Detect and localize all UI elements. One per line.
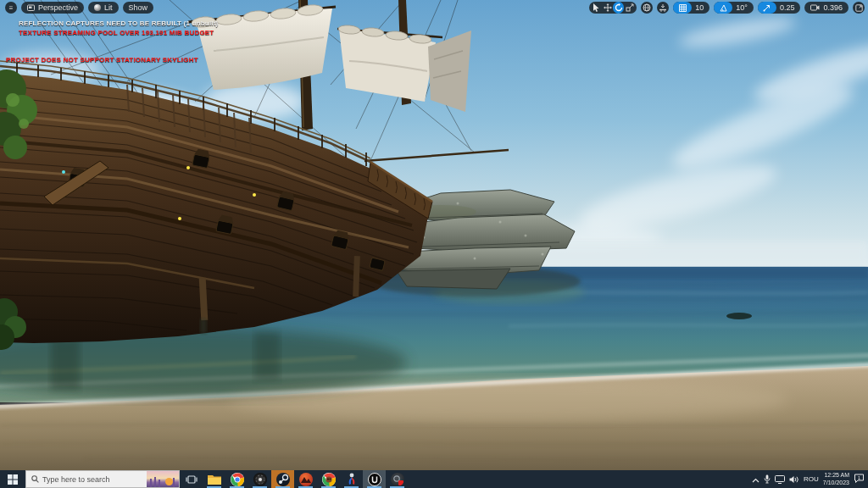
angle-snap-value: 10° (736, 2, 748, 14)
scale-snap-icon (758, 2, 776, 14)
microphone-tray-button[interactable] (764, 472, 771, 487)
scale-snap-control[interactable]: 0.25 (758, 2, 801, 14)
task-view-button[interactable] (180, 470, 203, 488)
speaker-icon (789, 475, 799, 484)
perspective-dropdown[interactable]: Perspective (21, 2, 84, 14)
search-daily-image[interactable] (147, 471, 179, 487)
svg-text:1: 1 (858, 474, 860, 480)
volume-tray-button[interactable] (789, 472, 799, 487)
rotate-icon (615, 3, 623, 12)
camera-speed-control[interactable]: 0.396 (804, 2, 849, 14)
scale-snap-value: 0.25 (780, 2, 795, 14)
taskbar-app-unreal-engine[interactable] (363, 470, 386, 488)
grid-snap-value: 10 (695, 2, 704, 14)
taskbar-app-screen-recorder[interactable] (386, 470, 409, 488)
lit-sphere-icon (94, 4, 101, 11)
microphone-icon (764, 474, 771, 484)
globe-icon (643, 3, 651, 12)
screen-recorder-icon (391, 473, 404, 486)
viewport-menu-button[interactable]: ≡ (5, 2, 17, 14)
taskbar-app-steam[interactable] (271, 470, 294, 488)
figure-app-icon (346, 473, 358, 486)
clock[interactable]: 12:25 AM 7/10/2023 (823, 472, 849, 486)
warning-stationary-skylight: PROJECT DOES NOT SUPPORT STATIONARY SKYL… (6, 56, 198, 64)
windows-taskbar: Type here to search (0, 470, 868, 488)
taskbar-app-figure[interactable] (340, 470, 363, 488)
grid-snap-control[interactable]: 10 (673, 2, 709, 14)
maximize-icon (855, 4, 863, 12)
chrome-profile-icon (322, 473, 336, 486)
search-placeholder: Type here to search (42, 475, 110, 484)
dark-app-icon (253, 473, 267, 486)
windows-logo-icon (8, 474, 18, 485)
lavender-graphic (150, 479, 152, 487)
taskbar-app-mountain[interactable] (294, 470, 317, 488)
notification-icon: 1 (854, 474, 865, 484)
start-button[interactable] (0, 470, 25, 488)
chevron-up-icon (752, 478, 760, 483)
display-icon (775, 475, 785, 484)
camera-speed-value: 0.396 (823, 2, 843, 14)
transform-tools-group (589, 2, 637, 14)
search-icon (31, 475, 39, 483)
display-tray-button[interactable] (775, 472, 785, 487)
cursor-icon (593, 3, 600, 12)
taskbar-app-chrome[interactable] (225, 470, 248, 488)
grid-snap-icon (673, 2, 692, 14)
perspective-label: Perspective (38, 2, 78, 14)
search-input[interactable]: Type here to search (25, 470, 180, 488)
warning-reflection-captures: REFLECTION CAPTURES NEED TO BE REBUILT (… (19, 19, 218, 27)
show-hidden-icons-button[interactable] (752, 476, 760, 485)
lit-label: Lit (104, 2, 113, 14)
warning-texture-streaming: TEXTURE STREAMING POOL OVER 193.191 MIB … (19, 29, 214, 36)
hamburger-icon: ≡ (9, 4, 14, 12)
move-icon (604, 3, 612, 12)
sea-debris (726, 313, 752, 319)
unreal-engine-icon (368, 473, 381, 486)
scale-tool-button[interactable] (624, 2, 635, 14)
perspective-icon (27, 4, 35, 12)
lit-dropdown[interactable]: Lit (88, 2, 119, 14)
rotation-snap-control[interactable]: 10° (714, 2, 754, 14)
show-label: Show (129, 2, 148, 14)
surface-snapping-button[interactable] (657, 2, 669, 14)
taskbar-app-dark[interactable] (248, 470, 271, 488)
unreal-viewport[interactable]: ≡ Perspective Lit Show (0, 0, 868, 470)
camera-icon (810, 4, 820, 11)
scale-icon (626, 3, 634, 12)
chrome-icon (231, 473, 244, 486)
taskbar-app-chrome-profile[interactable] (317, 470, 340, 488)
file-explorer-icon (208, 474, 221, 485)
angle-snap-icon (714, 2, 732, 14)
select-tool-button[interactable] (591, 2, 602, 14)
task-view-icon (186, 474, 198, 485)
world-space-toggle[interactable] (641, 2, 653, 14)
notification-center-button[interactable]: 1 (854, 472, 865, 487)
show-dropdown[interactable]: Show (123, 2, 154, 14)
system-tray: ROU 12:25 AM 7/10/2023 1 (752, 470, 868, 488)
tray-date: 7/10/2023 (823, 480, 849, 485)
maximize-viewport-button[interactable] (853, 2, 865, 14)
tray-time: 12:25 AM (824, 472, 849, 478)
sun-graphic (165, 478, 173, 485)
steam-icon (276, 473, 290, 486)
mountain-app-icon (299, 473, 313, 486)
viewport-3d-scene[interactable] (0, 0, 868, 470)
taskbar-app-file-explorer[interactable] (203, 470, 225, 488)
surface-snap-icon (659, 3, 667, 12)
rotate-tool-button[interactable] (613, 2, 624, 14)
move-tool-button[interactable] (602, 2, 613, 14)
language-indicator[interactable]: ROU (804, 475, 819, 483)
